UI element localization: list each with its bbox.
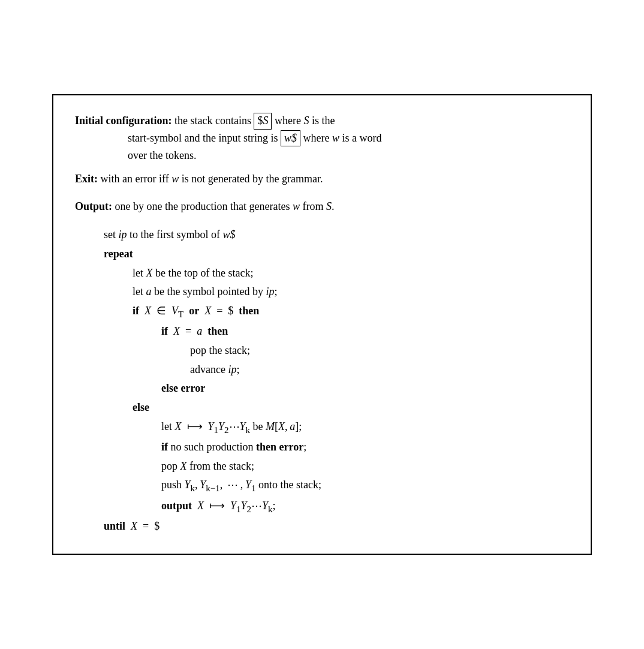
initial-config-section: Initial configuration: the stack contain… (75, 112, 569, 164)
let-prod-comma: , (285, 420, 288, 432)
let-prod-yk-sub: k (246, 425, 251, 434)
pop-line: pop the stack; (190, 342, 569, 360)
let-prod-dots: ⋯ (229, 420, 240, 432)
if-no-error: error (279, 441, 304, 453)
let-prod-mx: X (278, 420, 285, 432)
let-prod-y2-sub: 2 (224, 425, 229, 434)
let-a-let: let (133, 286, 146, 298)
if2-kw: if (161, 325, 168, 337)
let-prod-end: ]; (295, 420, 302, 432)
let-prod-x: X (175, 420, 182, 432)
let-x-var: X (146, 267, 153, 279)
let-x-line: let X be the top of the stack; (133, 265, 569, 283)
let-prod-y2: Y (218, 420, 224, 432)
if2-line: if X = a then (161, 323, 569, 341)
if1-vt-sub: T (178, 310, 183, 319)
exit-text: with an error iff (98, 173, 171, 185)
output-x: X (197, 500, 204, 512)
push-yk1-sub: k−1 (206, 483, 219, 493)
output-text2: from (300, 200, 326, 212)
until-eq: = (143, 520, 149, 532)
set-rest: to the first symbol of (127, 229, 223, 241)
initial-config-label: Initial configuration: (75, 115, 172, 127)
if-no-rest: no such production (168, 441, 256, 453)
initial-config-text1: the stack contains (172, 115, 254, 127)
until-kw: until (104, 520, 125, 532)
if2-eq: = (185, 325, 191, 337)
output-end: ; (273, 500, 276, 512)
let-prod-be: be (253, 420, 266, 432)
if2-then: then (207, 325, 228, 337)
output-var-w: w (293, 200, 300, 212)
if1-line: if X ∈ VT or X = $ then (133, 302, 569, 322)
until-var: X (131, 520, 137, 532)
let-x-let: let (133, 267, 146, 279)
set-end: w$ (223, 229, 236, 241)
repeat-keyword: repeat (104, 245, 569, 263)
pop-x-var: X (180, 460, 187, 472)
let-a-rest: be the symbol pointed by (152, 286, 266, 298)
output-y2: Y (241, 500, 247, 512)
initial-config-text2: where (272, 115, 303, 127)
let-prod-let: let (161, 420, 175, 432)
output-y1: Y (230, 500, 236, 512)
boxed-w-dollar: w$ (281, 130, 300, 146)
initial-line2-text1: start-symbol and the input string is (128, 132, 281, 144)
if1-dollar: $ (228, 305, 233, 317)
let-x-rest: be the top of the stack; (153, 267, 254, 279)
if1-var2: X (204, 305, 211, 317)
initial-config-text3: is the (309, 115, 335, 127)
pop-x-kw: pop (161, 460, 180, 472)
let-a-var2: ip (266, 286, 274, 298)
exit-section: Exit: with an error iff w is not generat… (75, 170, 569, 188)
let-prod-y1-sub: 1 (214, 425, 219, 434)
advance-end: ; (236, 363, 239, 375)
push-comma1: , (195, 479, 198, 491)
if-no-prod-line: if no such production then error; (161, 438, 569, 456)
output-arrow: ⟼ (209, 500, 225, 512)
initial-config-line2: start-symbol and the input string is w$ … (128, 130, 569, 147)
output-label: Output: (75, 200, 112, 212)
output-y1-sub: 1 (236, 504, 241, 513)
set-kw: set (104, 229, 119, 241)
set-line: set ip to the first symbol of w$ (104, 226, 569, 244)
output-var-S: S (326, 200, 332, 212)
push-yk1: Y (200, 479, 206, 491)
var-w: w (332, 132, 339, 144)
initial-line2-text5: is a word (339, 132, 382, 144)
if-no-kw: if (161, 441, 168, 453)
initial-config-line3: over the tokens. (128, 147, 569, 164)
pop-x-rest: from the stack; (187, 460, 254, 472)
let-prod-arrow: ⟼ (187, 420, 203, 432)
advance-kw: advance (190, 363, 228, 375)
output-kw: output (161, 500, 192, 512)
let-prod-yk: Y (240, 420, 246, 432)
push-rest: onto the stack; (255, 479, 321, 491)
if1-or: or (189, 305, 199, 317)
output-dots: ⋯ (251, 500, 262, 512)
let-a-end: ; (275, 286, 278, 298)
advance-var-ip: ip (228, 363, 236, 375)
let-a-var: a (146, 286, 152, 298)
if1-eq: = (216, 305, 222, 317)
output-text3: . (332, 200, 335, 212)
code-block: set ip to the first symbol of w$ repeat … (104, 226, 569, 536)
output-text: one by one the production that generates (112, 200, 293, 212)
pop-x-line: pop X from the stack; (161, 458, 569, 476)
advance-line: advance ip; (190, 361, 569, 379)
let-prod-ma: a (290, 420, 295, 432)
let-prod-y1: Y (208, 420, 214, 432)
output-yk: Y (262, 500, 268, 512)
output-line: output X ⟼ Y1Y2⋯Yk; (161, 497, 569, 516)
else-line: else (133, 399, 569, 417)
push-yk: Y (185, 479, 191, 491)
exit-label: Exit: (75, 173, 98, 185)
if1-kw: if (133, 305, 139, 317)
if-no-then: then (256, 441, 276, 453)
push-kw: push (161, 479, 185, 491)
exit-var-w: w (171, 173, 179, 185)
let-a-line: let a be the symbol pointed by ip; (133, 283, 569, 301)
output-section: Output: one by one the production that g… (75, 198, 569, 215)
let-prod-m: M (266, 420, 275, 432)
let-prod-line: let X ⟼ Y1Y2⋯Yk be M[X, a]; (161, 418, 569, 437)
